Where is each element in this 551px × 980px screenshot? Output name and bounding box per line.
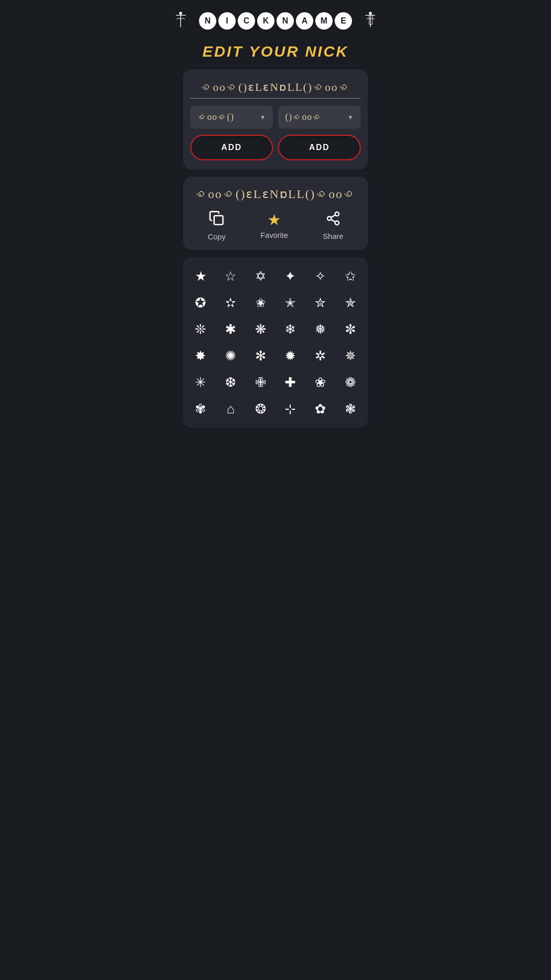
- symbol-cell-3[interactable]: ✦: [277, 264, 304, 288]
- symbol-cell-31[interactable]: ⌂: [217, 397, 244, 421]
- symbol-cell-5[interactable]: ✩: [337, 264, 364, 288]
- letter-N2: N: [277, 12, 294, 30]
- symbol-cell-26[interactable]: ✙: [247, 371, 274, 394]
- symbol-33: ⊹: [285, 402, 296, 415]
- symbol-20: ✻: [255, 349, 266, 362]
- header: 𓂀 N I C K N A M E 𓂀: [176, 0, 375, 38]
- symbol-27: ✚: [285, 376, 296, 389]
- dropdown-right-arrow: ▼: [347, 114, 354, 121]
- symbol-7: ✫: [225, 296, 236, 309]
- symbol-30: ✾: [195, 402, 206, 415]
- symbol-6: ✪: [195, 296, 206, 309]
- symbol-cell-14[interactable]: ❋: [247, 317, 274, 341]
- symbol-cell-13[interactable]: ✱: [217, 317, 244, 341]
- symbol-23: ✵: [345, 349, 356, 362]
- symbol-22: ✲: [315, 349, 326, 362]
- nick-input[interactable]: [190, 78, 361, 99]
- symbol-cell-21[interactable]: ✹: [277, 344, 304, 368]
- share-icon: [325, 211, 341, 229]
- letter-C: C: [238, 12, 255, 30]
- symbol-9: ✭: [285, 296, 296, 309]
- symbol-cell-33[interactable]: ⊹: [277, 397, 304, 421]
- symbol-12: ❊: [195, 323, 206, 336]
- svg-line-13: [331, 215, 336, 217]
- symbol-cell-30[interactable]: ✾: [187, 397, 214, 421]
- header-deco-left: 𓂀: [176, 9, 196, 33]
- symbol-cell-24[interactable]: ✳: [187, 371, 214, 394]
- svg-line-12: [331, 219, 336, 222]
- symbols-grid-card: ★☆✡✦✧✩✪✫✬✭✮✯❊✱❋❄❅✼✸✺✻✹✲✵✳❆✙✚❀❁✾⌂❂⊹✿❃: [183, 257, 368, 428]
- symbol-cell-1[interactable]: ☆: [217, 264, 244, 288]
- svg-point-7: [369, 12, 372, 15]
- symbol-11: ✯: [345, 296, 356, 309]
- symbol-cell-15[interactable]: ❄: [277, 317, 304, 341]
- symbol-15: ❄: [285, 323, 296, 336]
- symbol-16: ❅: [315, 323, 326, 336]
- symbol-cell-23[interactable]: ✵: [337, 344, 364, 368]
- copy-button[interactable]: Copy: [208, 210, 226, 241]
- symbol-cell-27[interactable]: ✚: [277, 371, 304, 394]
- svg-rect-8: [214, 216, 222, 225]
- symbol-cell-28[interactable]: ❀: [307, 371, 334, 394]
- symbol-8: ✬: [255, 296, 266, 309]
- favorite-label: Favorite: [260, 231, 288, 239]
- symbol-cell-18[interactable]: ✸: [187, 344, 214, 368]
- copy-label: Copy: [208, 232, 226, 241]
- page-title: EDIT YOUR NICK: [176, 38, 375, 69]
- symbol-18: ✸: [195, 349, 206, 362]
- symbol-19: ✺: [225, 349, 236, 362]
- symbol-3: ✦: [285, 270, 296, 283]
- symbol-cell-2[interactable]: ✡: [247, 264, 274, 288]
- letter-K: K: [257, 12, 274, 30]
- symbol-cell-0[interactable]: ★: [187, 264, 214, 288]
- symbol-cell-16[interactable]: ❅: [307, 317, 334, 341]
- symbol-cell-32[interactable]: ❂: [247, 397, 274, 421]
- symbol-0: ★: [195, 270, 207, 283]
- symbol-cell-29[interactable]: ❁: [337, 371, 364, 394]
- symbol-cell-35[interactable]: ❃: [337, 397, 364, 421]
- symbol-cell-11[interactable]: ✯: [337, 291, 364, 314]
- dropdown-left-arrow: ▼: [260, 114, 266, 121]
- symbol-cell-34[interactable]: ✿: [307, 397, 334, 421]
- action-buttons: Copy ★ Favorite Share: [190, 210, 361, 241]
- symbol-29: ❁: [345, 376, 356, 389]
- share-button[interactable]: Share: [323, 211, 343, 240]
- symbol-cell-19[interactable]: ✺: [217, 344, 244, 368]
- favorite-button[interactable]: ★ Favorite: [260, 212, 288, 239]
- symbol-28: ❀: [315, 376, 326, 389]
- letter-N: N: [199, 12, 216, 30]
- letter-M: M: [315, 12, 333, 30]
- svg-point-11: [335, 221, 339, 225]
- dropdown-right[interactable]: ()꩜oo꩜ ▼: [278, 106, 361, 129]
- symbol-17: ✼: [345, 323, 356, 336]
- copy-icon: [209, 210, 225, 229]
- preview-nick: ꩜oo꩜()ɛLɛNɒLL()꩜oo꩜: [190, 187, 361, 201]
- symbol-cell-17[interactable]: ✼: [337, 317, 364, 341]
- symbol-34: ✿: [315, 402, 326, 415]
- symbols-grid: ★☆✡✦✧✩✪✫✬✭✮✯❊✱❋❄❅✼✸✺✻✹✲✵✳❆✙✚❀❁✾⌂❂⊹✿❃: [187, 264, 364, 421]
- symbol-cell-8[interactable]: ✬: [247, 291, 274, 314]
- symbol-cell-25[interactable]: ❆: [217, 371, 244, 394]
- symbol-21: ✹: [285, 349, 296, 362]
- add-button-right[interactable]: ADD: [278, 135, 361, 160]
- svg-point-10: [328, 216, 332, 220]
- symbol-cell-4[interactable]: ✧: [307, 264, 334, 288]
- add-button-left[interactable]: ADD: [190, 135, 273, 160]
- symbol-cell-22[interactable]: ✲: [307, 344, 334, 368]
- dropdown-left-symbol: ꩜oo꩜(): [197, 112, 234, 122]
- main-card: ꩜oo꩜() ▼ ()꩜oo꩜ ▼ ADD ADD: [183, 69, 368, 169]
- header-deco-right: 𓂀: [355, 9, 375, 33]
- symbol-cell-6[interactable]: ✪: [187, 291, 214, 314]
- symbol-cell-20[interactable]: ✻: [247, 344, 274, 368]
- symbol-25: ❆: [225, 376, 236, 389]
- symbol-cell-9[interactable]: ✭: [277, 291, 304, 314]
- symbol-10: ✮: [315, 296, 326, 309]
- share-label: Share: [323, 232, 343, 240]
- favorite-icon: ★: [267, 212, 281, 228]
- symbol-cell-10[interactable]: ✮: [307, 291, 334, 314]
- dropdown-left[interactable]: ꩜oo꩜() ▼: [190, 106, 273, 129]
- symbol-32: ❂: [255, 402, 266, 415]
- symbol-cell-12[interactable]: ❊: [187, 317, 214, 341]
- symbol-cell-7[interactable]: ✫: [217, 291, 244, 314]
- symbol-13: ✱: [225, 323, 236, 336]
